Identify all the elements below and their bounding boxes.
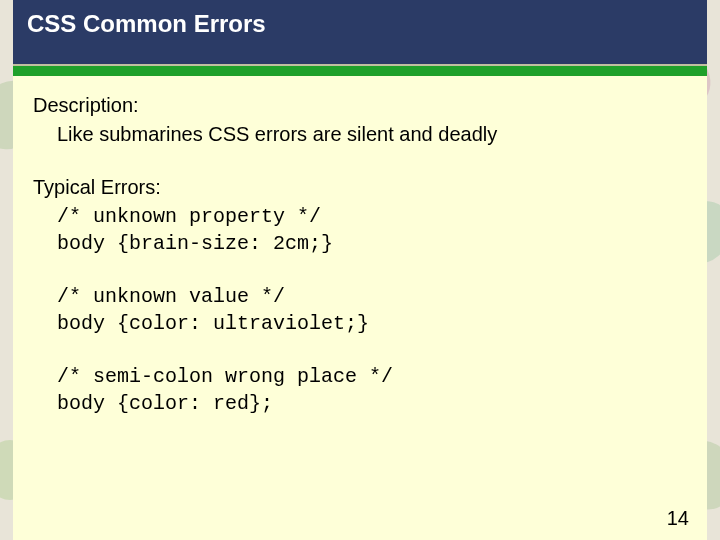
slide: CSS Common Errors Description: Like subm… — [13, 0, 707, 540]
slide-title: CSS Common Errors — [27, 10, 693, 38]
errors-block: Typical Errors: /* unknown property */ b… — [33, 174, 687, 257]
errors-label: Typical Errors: — [33, 174, 687, 201]
errors-block: /* semi-colon wrong place */ body {color… — [33, 363, 687, 417]
header-bar: CSS Common Errors — [13, 0, 707, 64]
error-code: body {color: red}; — [57, 390, 687, 417]
error-code: body {brain-size: 2cm;} — [57, 230, 687, 257]
slide-content: Description: Like submarines CSS errors … — [13, 76, 707, 417]
error-code: body {color: ultraviolet;} — [57, 310, 687, 337]
page-number: 14 — [667, 507, 689, 530]
errors-block: /* unknown value */ body {color: ultravi… — [33, 283, 687, 337]
description-text: Like submarines CSS errors are silent an… — [57, 121, 687, 148]
error-comment: /* semi-colon wrong place */ — [57, 363, 687, 390]
accent-bar — [13, 64, 707, 76]
description-label: Description: — [33, 92, 687, 119]
error-comment: /* unknown property */ — [57, 203, 687, 230]
description-block: Description: Like submarines CSS errors … — [33, 92, 687, 148]
error-comment: /* unknown value */ — [57, 283, 687, 310]
